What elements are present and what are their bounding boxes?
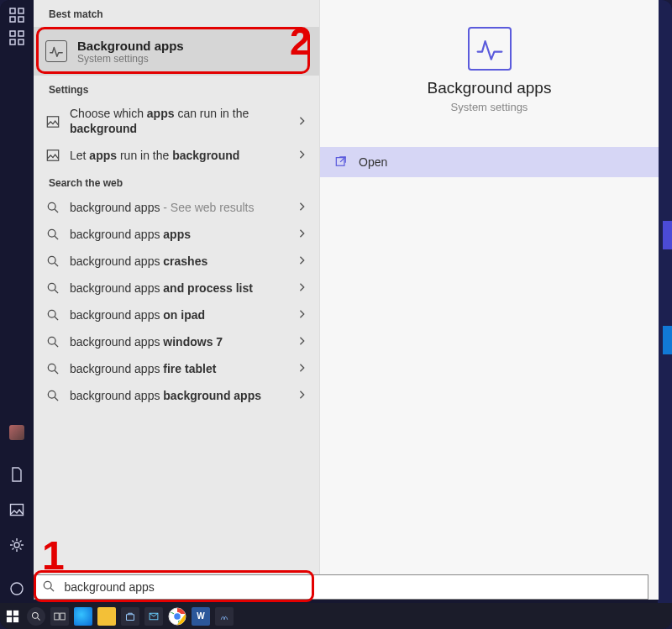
web-result-label: background apps fire tablet [70, 362, 297, 375]
user-avatar-icon[interactable] [9, 425, 24, 440]
web-result[interactable]: background apps fire tablet [34, 355, 319, 382]
web-result[interactable]: background apps crashes [34, 248, 319, 275]
web-result[interactable]: background apps background apps [34, 382, 319, 409]
svg-rect-26 [13, 616, 18, 621]
settings-heading: Settings [34, 76, 319, 101]
svg-point-14 [48, 229, 55, 237]
preview-subtitle: System settings [320, 101, 659, 113]
svg-point-17 [48, 310, 55, 317]
web-result-label: background apps windows 7 [70, 335, 297, 349]
web-result[interactable]: background apps and process list [34, 275, 319, 301]
file-explorer-icon[interactable] [97, 607, 116, 626]
web-result-label: background apps apps [70, 228, 297, 241]
desktop-background [658, 0, 672, 629]
edge-icon[interactable] [74, 607, 92, 626]
taskbar: W [0, 603, 672, 629]
search-icon [45, 254, 60, 269]
best-match-result[interactable]: Background apps System settings [34, 27, 319, 76]
result-preview-pane: Background apps System settings Open [319, 0, 659, 600]
apps-grid-icon[interactable] [9, 8, 24, 23]
annotation-number-2: 2 [290, 24, 310, 60]
web-result[interactable]: background apps apps [34, 221, 319, 248]
pictures-icon[interactable] [9, 502, 24, 517]
svg-point-19 [48, 364, 55, 371]
svg-rect-5 [18, 31, 24, 36]
svg-rect-6 [10, 39, 15, 45]
settings-results: Choose which apps can run in the backgro… [34, 101, 319, 169]
web-result[interactable]: background apps windows 7 [34, 328, 319, 355]
documents-icon[interactable] [9, 467, 24, 482]
svg-rect-2 [10, 17, 15, 22]
svg-rect-28 [55, 613, 59, 620]
web-result-label: background apps on ipad [70, 308, 297, 322]
svg-point-15 [48, 256, 55, 264]
word-icon[interactable]: W [192, 607, 210, 626]
search-icon [45, 280, 60, 296]
search-icon [43, 580, 55, 594]
svg-point-9 [14, 543, 19, 548]
svg-rect-0 [10, 8, 15, 13]
web-results: background apps - See web resultsbackgro… [34, 194, 319, 409]
best-match-title: Background apps [77, 39, 184, 53]
open-button[interactable]: Open [320, 147, 659, 177]
svg-rect-4 [10, 31, 15, 36]
screenshot-root: Best match Background apps System settin… [0, 0, 672, 629]
svg-rect-12 [47, 150, 58, 160]
power-icon[interactable] [9, 581, 24, 596]
chrome-icon[interactable] [168, 607, 186, 626]
svg-point-16 [48, 283, 55, 291]
best-match-subtitle: System settings [77, 53, 184, 65]
settings-icon[interactable] [9, 537, 24, 553]
activity-icon [468, 27, 512, 71]
svg-rect-3 [18, 17, 24, 22]
search-input[interactable] [64, 580, 648, 594]
search-icon [45, 361, 60, 376]
start-search-panel: Best match Background apps System settin… [34, 0, 659, 600]
svg-rect-1 [18, 8, 24, 13]
apps-grid-icon[interactable] [9, 30, 24, 45]
chevron-right-icon [297, 228, 309, 240]
web-result[interactable]: background apps - See web results [34, 194, 319, 221]
settings-result-label: Choose which apps can run in the backgro… [70, 107, 297, 136]
web-result-label: background apps crashes [70, 254, 297, 268]
annotation-number-1: 1 [42, 536, 65, 576]
task-view-icon[interactable] [50, 607, 69, 626]
chevron-right-icon [297, 309, 309, 321]
chevron-right-icon [297, 336, 309, 348]
settings-result[interactable]: Choose which apps can run in the backgro… [34, 101, 319, 142]
open-label: Open [359, 155, 387, 169]
chevron-right-icon [297, 202, 309, 213]
svg-rect-25 [7, 616, 12, 621]
svg-point-20 [48, 391, 55, 398]
settings-result[interactable]: Let apps run in the background [34, 142, 319, 169]
chevron-right-icon [297, 255, 309, 267]
desktop-window-edge [663, 326, 672, 354]
web-result-label: background apps background apps [70, 389, 297, 402]
chevron-right-icon [297, 363, 309, 375]
svg-rect-23 [7, 610, 12, 615]
search-results-column: Best match Background apps System settin… [34, 0, 319, 600]
activity-icon [45, 40, 67, 62]
chevron-right-icon [297, 390, 309, 401]
chevron-right-icon [297, 149, 309, 161]
search-bar[interactable] [34, 574, 648, 600]
search-icon [45, 307, 60, 322]
mail-icon[interactable] [144, 607, 163, 626]
chevron-right-icon [297, 282, 309, 294]
search-icon [45, 334, 60, 349]
picture-icon [45, 148, 60, 163]
open-icon [335, 155, 349, 169]
picture-icon [45, 114, 60, 129]
start-rail [0, 0, 34, 600]
search-icon[interactable] [27, 607, 45, 626]
store-icon[interactable] [121, 607, 139, 626]
svg-point-10 [11, 583, 23, 595]
app-icon[interactable] [215, 607, 234, 626]
svg-rect-24 [13, 610, 18, 615]
web-result[interactable]: background apps on ipad [34, 301, 319, 328]
start-icon[interactable] [3, 607, 22, 626]
svg-rect-7 [18, 39, 24, 45]
search-icon [45, 388, 60, 403]
web-result-label: background apps and process list [70, 281, 297, 295]
svg-point-27 [33, 612, 39, 618]
